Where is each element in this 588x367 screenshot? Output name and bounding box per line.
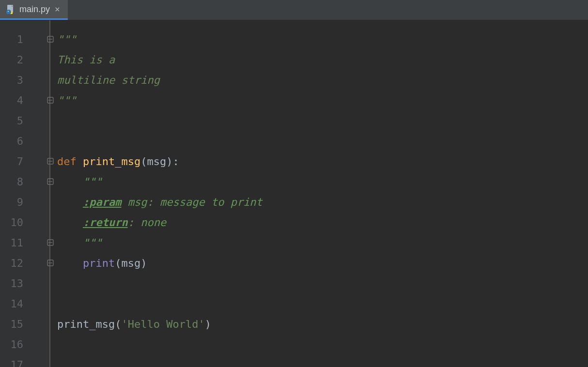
line-number: 11 [0, 232, 50, 253]
line-number: 17 [0, 354, 50, 367]
code-line: print_msg('Hello World') [57, 314, 588, 334]
code-line [57, 110, 588, 131]
code-area[interactable]: """ This is a multiline string """ def p… [50, 20, 588, 367]
code-line: print(msg) [57, 253, 588, 273]
code-line: :param msg: message to print [57, 192, 588, 212]
code-line [57, 293, 588, 314]
code-line: """ [57, 232, 588, 253]
line-number: 13 [0, 273, 50, 293]
line-number: 14 [0, 293, 50, 314]
code-line [57, 334, 588, 354]
tab-bar: main.py × [0, 0, 588, 20]
code-line: This is a [57, 49, 588, 70]
code-line [57, 354, 588, 367]
code-line [57, 131, 588, 151]
code-line: """ [57, 29, 588, 49]
code-line: :return: none [57, 212, 588, 232]
tab-main-py[interactable]: main.py × [0, 0, 68, 20]
line-number: 9 [0, 192, 50, 212]
line-number: 10 [0, 212, 50, 232]
python-file-icon [6, 4, 15, 14]
code-line [57, 273, 588, 293]
code-editor[interactable]: 1 2 3 4 5 6 7 8 9 10 11 [0, 20, 588, 367]
svg-point-4 [8, 11, 9, 12]
close-icon[interactable]: × [54, 4, 61, 15]
code-line: """ [57, 90, 588, 110]
line-number: 4 [0, 90, 50, 110]
line-number: 16 [0, 334, 50, 354]
line-number: 6 [0, 131, 50, 151]
line-number: 15 [0, 314, 50, 334]
code-line: multiline string [57, 70, 588, 90]
line-number: 5 [0, 110, 50, 131]
line-number: 3 [0, 70, 50, 90]
line-number: 12 [0, 253, 50, 273]
code-line: def print_msg(msg): [57, 151, 588, 171]
line-number: 7 [0, 151, 50, 171]
line-number: 2 [0, 49, 50, 70]
line-number: 1 [0, 29, 50, 49]
code-line: """ [57, 171, 588, 192]
line-number: 8 [0, 171, 50, 192]
gutter: 1 2 3 4 5 6 7 8 9 10 11 [0, 20, 50, 367]
tab-filename: main.py [19, 4, 50, 15]
